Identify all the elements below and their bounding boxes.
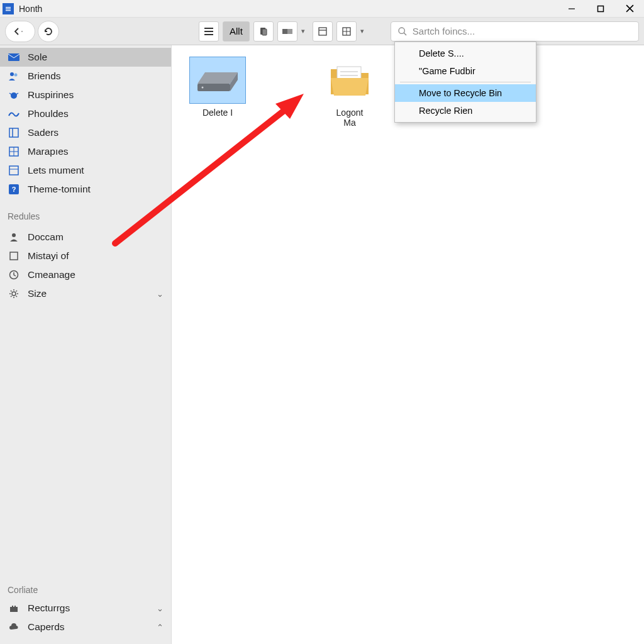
sidebar-item-lets-mument[interactable]: Lets mument xyxy=(0,161,171,180)
svg-rect-4 xyxy=(598,6,604,11)
wave-icon xyxy=(8,108,20,120)
sidebar-item-phouldes[interactable]: Phouldes xyxy=(0,104,171,123)
sidebar-item-sole[interactable]: Sole xyxy=(0,48,171,67)
svg-rect-1 xyxy=(6,8,11,9)
sidebar-footer-label: Corliate xyxy=(0,580,171,599)
gear-icon xyxy=(8,287,20,300)
castle-icon xyxy=(8,602,20,614)
svg-line-46 xyxy=(16,296,18,297)
panel-button[interactable] xyxy=(313,21,333,42)
question-icon: ? xyxy=(8,183,20,196)
file-item-folder[interactable]: Lоgont Ma xyxy=(315,57,384,128)
svg-rect-15 xyxy=(319,28,326,35)
content-area[interactable]: Delete I Lоgont Ma xyxy=(172,45,644,644)
grid-button[interactable] xyxy=(336,21,357,42)
window-title: Honth xyxy=(19,4,42,14)
sidebar-item-saders[interactable]: Saders xyxy=(0,123,171,142)
sidebar-item-briends[interactable]: Briends xyxy=(0,67,171,86)
svg-rect-14 xyxy=(287,29,292,34)
nav-group xyxy=(5,21,59,42)
paste-button[interactable] xyxy=(277,21,297,42)
app-icon xyxy=(3,3,14,14)
sidebar-item-label: Sole xyxy=(28,52,47,63)
sidebar-item-size[interactable]: Size ⌄ xyxy=(0,284,171,303)
refresh-button[interactable] xyxy=(38,21,59,42)
svg-rect-12 xyxy=(262,29,267,35)
menu-item-move-recycle[interactable]: Move to Recycle Bin xyxy=(395,84,536,102)
sidebar-item-label: Doccam xyxy=(28,231,64,243)
sidebar-item-caperds[interactable]: Caperds ⌃ xyxy=(0,618,171,636)
svg-rect-33 xyxy=(9,166,18,175)
list-view-button[interactable] xyxy=(199,21,219,42)
title-bar: Honth xyxy=(0,0,644,18)
allt-label: Allt xyxy=(230,26,243,36)
svg-rect-22 xyxy=(8,53,19,61)
menu-item-label: Delete S.... xyxy=(419,48,464,58)
context-menu: Delete S.... "Game Fudbir Move to Recycl… xyxy=(394,42,536,123)
sidebar-item-label: Phouldes xyxy=(28,108,69,119)
menu-item-game[interactable]: "Game Fudbir xyxy=(395,62,536,80)
search-icon xyxy=(397,26,408,36)
menu-separator xyxy=(400,82,531,82)
drive-icon xyxy=(192,65,243,96)
file-item-drive[interactable]: Delete I xyxy=(183,57,252,128)
search-input[interactable]: Sartch foincs... xyxy=(391,21,639,42)
square-icon xyxy=(8,250,20,262)
svg-line-45 xyxy=(11,291,12,292)
sidebar-item-ruspirines[interactable]: Ruspirines xyxy=(0,86,171,104)
svg-point-20 xyxy=(399,28,404,33)
search-placeholder: Sartch foincs... xyxy=(413,26,475,36)
menu-item-label: Move to Recycle Bin xyxy=(419,88,502,98)
svg-point-23 xyxy=(10,72,14,76)
sidebar-section-label: Redules xyxy=(0,199,171,225)
copy-button[interactable] xyxy=(253,21,274,42)
maximize-button[interactable] xyxy=(586,0,615,18)
sidebar-item-doccam[interactable]: Doccam xyxy=(0,228,171,247)
svg-rect-0 xyxy=(6,7,11,8)
sidebar-item-label: Marapıes xyxy=(28,146,69,157)
sidebar-item-label: Ruspirines xyxy=(28,89,74,101)
menu-item-delete[interactable]: Delete S.... xyxy=(395,45,536,62)
menu-item-label: Recycle Rien xyxy=(419,106,472,116)
menu-item-label: "Game Fudbir xyxy=(419,66,475,76)
svg-point-50 xyxy=(202,86,204,88)
person-icon xyxy=(8,231,20,243)
sidebar-item-label: Recturrgs xyxy=(28,602,70,614)
sidebar-item-marapies[interactable]: Marapıes xyxy=(0,142,171,161)
chevron-down-icon[interactable]: ▾ xyxy=(297,21,309,42)
sidebar-item-theme[interactable]: ? Theme-tomıint xyxy=(0,180,171,199)
sidebar-item-label: Cmeanage xyxy=(28,269,75,280)
sidebar-item-label: Theme-tomıint xyxy=(28,184,91,195)
back-button[interactable] xyxy=(5,21,35,42)
sidebar-item-cmeanage[interactable]: Cmeanage xyxy=(0,265,171,284)
close-button[interactable] xyxy=(615,0,644,18)
minimize-button[interactable] xyxy=(557,0,586,18)
chevron-down-icon: ⌄ xyxy=(157,604,164,613)
svg-line-26 xyxy=(9,93,11,94)
sidebar-item-label: Mistayi of xyxy=(28,250,69,262)
clock-icon xyxy=(8,269,20,281)
svg-text:?: ? xyxy=(12,186,16,193)
svg-rect-2 xyxy=(6,10,11,11)
sidebar: Sole Briends Ruspirines Phouldes Saders … xyxy=(0,45,172,644)
file-label: Delete I xyxy=(203,108,233,118)
panel2-icon xyxy=(8,164,20,177)
svg-point-40 xyxy=(12,292,16,296)
sidebar-item-mistayi[interactable]: Mistayi of xyxy=(0,247,171,265)
svg-point-7 xyxy=(21,31,23,32)
sidebar-item-recturrgs[interactable]: Recturrgs ⌄ xyxy=(0,599,171,618)
chevron-down-icon[interactable]: ▾ xyxy=(357,21,368,42)
file-label-line2: Ma xyxy=(343,118,355,128)
chevron-down-icon: ⌄ xyxy=(157,289,164,299)
panel-icon xyxy=(8,126,20,139)
window-controls xyxy=(557,0,644,18)
users-icon xyxy=(8,70,20,82)
bug-icon xyxy=(8,89,20,101)
svg-point-25 xyxy=(11,92,17,99)
menu-item-recycle-rien[interactable]: Recycle Rien xyxy=(395,102,536,119)
svg-rect-38 xyxy=(10,252,18,260)
allt-button[interactable]: Allt xyxy=(223,21,250,42)
svg-line-47 xyxy=(16,291,18,292)
svg-point-24 xyxy=(14,74,18,77)
svg-rect-28 xyxy=(9,128,18,137)
